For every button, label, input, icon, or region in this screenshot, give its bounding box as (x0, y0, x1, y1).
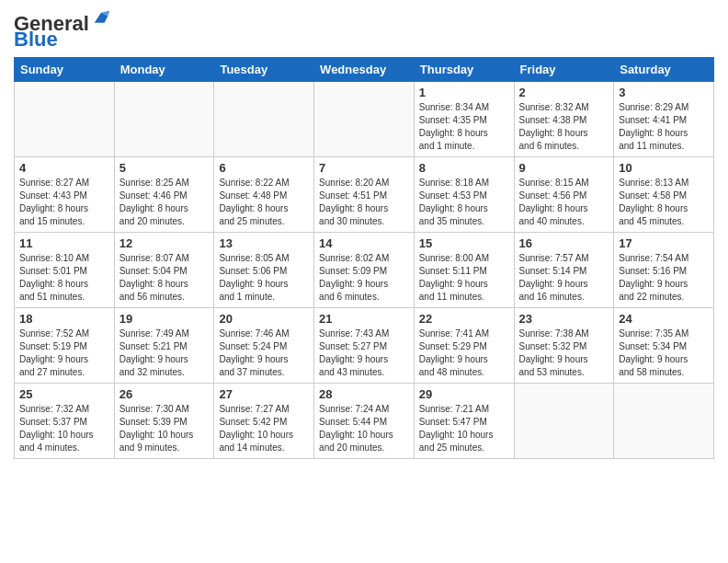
day-info: Sunrise: 8:18 AM Sunset: 4:53 PM Dayligh… (419, 177, 509, 228)
day-info: Sunrise: 7:52 AM Sunset: 5:19 PM Dayligh… (19, 327, 109, 379)
calendar-day-cell: 19Sunrise: 7:49 AM Sunset: 5:21 PM Dayli… (114, 308, 214, 384)
calendar-day-cell: 11Sunrise: 8:10 AM Sunset: 5:01 PM Dayli… (15, 233, 115, 308)
calendar-week-row: 18Sunrise: 7:52 AM Sunset: 5:19 PM Dayli… (15, 308, 714, 384)
calendar-table: SundayMondayTuesdayWednesdayThursdayFrid… (14, 57, 714, 459)
calendar-day-cell: 24Sunrise: 7:35 AM Sunset: 5:34 PM Dayli… (614, 308, 714, 384)
day-number: 4 (19, 161, 109, 175)
day-number: 27 (219, 387, 309, 401)
calendar-day-cell (314, 82, 415, 157)
calendar-day-cell (15, 82, 115, 157)
calendar-day-cell: 15Sunrise: 8:00 AM Sunset: 5:11 PM Dayli… (414, 233, 514, 308)
day-number: 18 (19, 312, 109, 326)
day-number: 23 (519, 312, 609, 326)
day-number: 1 (419, 86, 509, 99)
day-number: 20 (219, 312, 309, 326)
day-number: 5 (119, 161, 210, 175)
day-number: 29 (419, 387, 509, 401)
day-number: 26 (119, 387, 210, 401)
calendar-day-cell: 21Sunrise: 7:43 AM Sunset: 5:27 PM Dayli… (314, 308, 415, 384)
day-number: 10 (619, 161, 709, 175)
calendar-day-cell: 29Sunrise: 7:21 AM Sunset: 5:47 PM Dayli… (414, 384, 514, 459)
day-info: Sunrise: 7:38 AM Sunset: 5:32 PM Dayligh… (519, 327, 609, 379)
day-info: Sunrise: 7:32 AM Sunset: 5:37 PM Dayligh… (19, 403, 109, 454)
day-number: 22 (419, 312, 509, 326)
day-number: 2 (519, 86, 609, 99)
day-info: Sunrise: 8:13 AM Sunset: 4:58 PM Dayligh… (619, 177, 709, 228)
calendar-day-cell: 18Sunrise: 7:52 AM Sunset: 5:19 PM Dayli… (15, 308, 115, 384)
weekday-header-sunday: Sunday (15, 58, 115, 82)
page: General Blue SundayMondayTuesdayWednesda… (0, 0, 728, 563)
day-info: Sunrise: 8:29 AM Sunset: 4:41 PM Dayligh… (619, 101, 709, 153)
day-info: Sunrise: 8:15 AM Sunset: 4:56 PM Dayligh… (519, 177, 609, 228)
calendar-day-cell: 20Sunrise: 7:46 AM Sunset: 5:24 PM Dayli… (214, 308, 314, 384)
weekday-header-thursday: Thursday (414, 58, 514, 82)
calendar-day-cell (114, 82, 214, 157)
day-info: Sunrise: 8:27 AM Sunset: 4:43 PM Dayligh… (19, 177, 109, 228)
day-number: 12 (119, 236, 210, 250)
calendar-day-cell: 5Sunrise: 8:25 AM Sunset: 4:46 PM Daylig… (114, 157, 214, 233)
day-info: Sunrise: 7:41 AM Sunset: 5:29 PM Dayligh… (419, 327, 509, 379)
calendar-day-cell: 9Sunrise: 8:15 AM Sunset: 4:56 PM Daylig… (514, 157, 614, 233)
calendar-day-cell: 14Sunrise: 8:02 AM Sunset: 5:09 PM Dayli… (314, 233, 415, 308)
weekday-header-tuesday: Tuesday (214, 58, 314, 82)
header: General Blue (14, 9, 714, 50)
logo-icon (91, 9, 111, 29)
day-info: Sunrise: 8:05 AM Sunset: 5:06 PM Dayligh… (219, 252, 309, 304)
day-number: 7 (319, 161, 409, 175)
day-info: Sunrise: 8:25 AM Sunset: 4:46 PM Dayligh… (119, 177, 210, 228)
calendar-day-cell: 2Sunrise: 8:32 AM Sunset: 4:38 PM Daylig… (514, 82, 614, 157)
logo: General Blue (14, 14, 111, 50)
calendar-day-cell: 13Sunrise: 8:05 AM Sunset: 5:06 PM Dayli… (214, 233, 314, 308)
day-number: 8 (419, 161, 509, 175)
day-info: Sunrise: 7:43 AM Sunset: 5:27 PM Dayligh… (319, 327, 409, 379)
calendar-day-cell: 10Sunrise: 8:13 AM Sunset: 4:58 PM Dayli… (614, 157, 714, 233)
day-info: Sunrise: 7:27 AM Sunset: 5:42 PM Dayligh… (219, 403, 309, 454)
calendar-day-cell: 16Sunrise: 7:57 AM Sunset: 5:14 PM Dayli… (514, 233, 614, 308)
day-number: 15 (419, 236, 509, 250)
day-info: Sunrise: 8:02 AM Sunset: 5:09 PM Dayligh… (319, 252, 409, 304)
day-number: 14 (319, 236, 409, 250)
day-number: 6 (219, 161, 309, 175)
calendar-day-cell: 3Sunrise: 8:29 AM Sunset: 4:41 PM Daylig… (614, 82, 714, 157)
day-number: 28 (319, 387, 409, 401)
calendar-day-cell: 22Sunrise: 7:41 AM Sunset: 5:29 PM Dayli… (414, 308, 514, 384)
weekday-header-monday: Monday (114, 58, 214, 82)
day-number: 11 (19, 236, 109, 250)
weekday-header-wednesday: Wednesday (314, 58, 415, 82)
calendar-day-cell: 26Sunrise: 7:30 AM Sunset: 5:39 PM Dayli… (114, 384, 214, 459)
day-number: 17 (619, 236, 709, 250)
calendar-day-cell: 23Sunrise: 7:38 AM Sunset: 5:32 PM Dayli… (514, 308, 614, 384)
day-number: 19 (119, 312, 210, 326)
weekday-header-friday: Friday (514, 58, 614, 82)
calendar-day-cell: 27Sunrise: 7:27 AM Sunset: 5:42 PM Dayli… (214, 384, 314, 459)
day-info: Sunrise: 7:35 AM Sunset: 5:34 PM Dayligh… (619, 327, 709, 379)
calendar-day-cell: 7Sunrise: 8:20 AM Sunset: 4:51 PM Daylig… (314, 157, 415, 233)
calendar-header-row: SundayMondayTuesdayWednesdayThursdayFrid… (15, 58, 714, 82)
day-info: Sunrise: 7:24 AM Sunset: 5:44 PM Dayligh… (319, 403, 409, 454)
day-info: Sunrise: 7:49 AM Sunset: 5:21 PM Dayligh… (119, 327, 210, 379)
day-number: 21 (319, 312, 409, 326)
day-info: Sunrise: 7:54 AM Sunset: 5:16 PM Dayligh… (619, 252, 709, 304)
day-number: 16 (519, 236, 609, 250)
day-info: Sunrise: 8:34 AM Sunset: 4:35 PM Dayligh… (419, 101, 509, 153)
day-info: Sunrise: 8:07 AM Sunset: 5:04 PM Dayligh… (119, 252, 210, 304)
day-info: Sunrise: 8:20 AM Sunset: 4:51 PM Dayligh… (319, 177, 409, 228)
day-number: 9 (519, 161, 609, 175)
calendar-day-cell: 4Sunrise: 8:27 AM Sunset: 4:43 PM Daylig… (15, 157, 115, 233)
calendar-day-cell: 1Sunrise: 8:34 AM Sunset: 4:35 PM Daylig… (414, 82, 514, 157)
day-number: 25 (19, 387, 109, 401)
weekday-header-saturday: Saturday (614, 58, 714, 82)
calendar-day-cell (514, 384, 614, 459)
calendar-day-cell: 6Sunrise: 8:22 AM Sunset: 4:48 PM Daylig… (214, 157, 314, 233)
calendar-day-cell (214, 82, 314, 157)
calendar-day-cell: 12Sunrise: 8:07 AM Sunset: 5:04 PM Dayli… (114, 233, 214, 308)
day-info: Sunrise: 7:30 AM Sunset: 5:39 PM Dayligh… (119, 403, 210, 454)
calendar-day-cell: 28Sunrise: 7:24 AM Sunset: 5:44 PM Dayli… (314, 384, 415, 459)
day-info: Sunrise: 8:10 AM Sunset: 5:01 PM Dayligh… (19, 252, 109, 304)
calendar-week-row: 4Sunrise: 8:27 AM Sunset: 4:43 PM Daylig… (15, 157, 714, 233)
calendar-day-cell: 17Sunrise: 7:54 AM Sunset: 5:16 PM Dayli… (614, 233, 714, 308)
day-info: Sunrise: 7:21 AM Sunset: 5:47 PM Dayligh… (419, 403, 509, 454)
day-info: Sunrise: 8:32 AM Sunset: 4:38 PM Dayligh… (519, 101, 609, 153)
calendar-week-row: 1Sunrise: 8:34 AM Sunset: 4:35 PM Daylig… (15, 82, 714, 157)
day-number: 3 (619, 86, 709, 99)
